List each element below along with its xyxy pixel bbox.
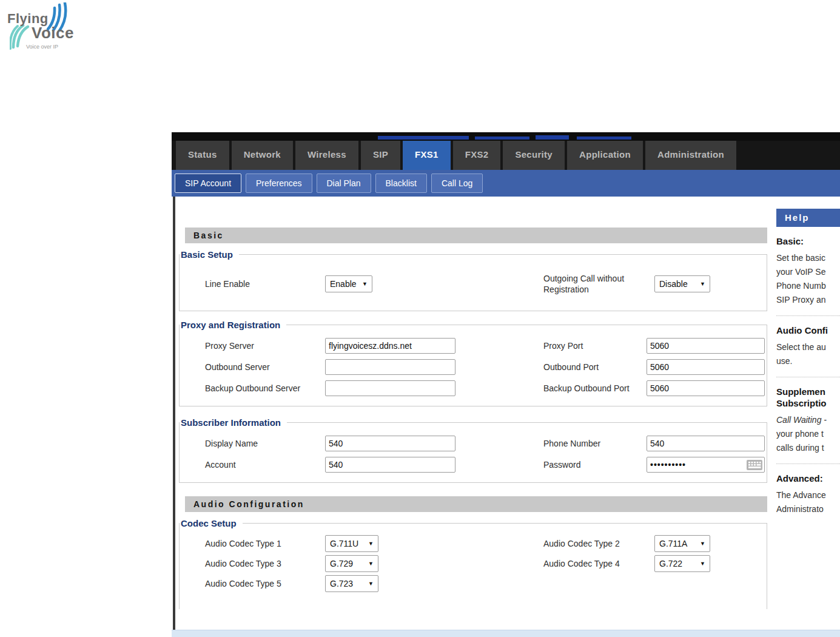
basic-setup-fieldset: Basic Setup Line Enable Enable ▼ Outgoin…	[179, 249, 767, 311]
help-advanced-title: Advanced:	[776, 473, 840, 484]
help-text-line-italic: Call Waiting -	[776, 413, 840, 427]
clipped-banner	[172, 132, 840, 141]
tab-fxs2[interactable]: FXS2	[453, 141, 501, 170]
help-separator	[776, 377, 840, 377]
fieldset-legend-proxy: Proxy and Registration	[180, 320, 286, 330]
proxy-port-label: Proxy Port	[543, 340, 651, 351]
codec-setup-fieldset: Codec Setup Audio Codec Type 1 G.711U ▼ …	[179, 518, 767, 609]
backup-outbound-port-label: Backup Outbound Port	[543, 383, 651, 394]
subtab-dial-plan[interactable]: Dial Plan	[317, 174, 371, 193]
line-enable-select[interactable]: Enable ▼	[325, 275, 372, 292]
phone-number-label: Phone Number	[543, 438, 651, 449]
audio-codec-type-2-value: G.711A	[659, 539, 687, 548]
line-enable-value: Enable	[330, 279, 357, 289]
tab-administration[interactable]: Administration	[645, 141, 736, 170]
logo-tagline: Voice over IP	[26, 44, 58, 50]
audio-codec-type-4-select[interactable]: G.722 ▼	[654, 555, 710, 572]
help-text-line: your phone t	[776, 427, 840, 441]
audio-codec-type-1-value: G.711U	[330, 539, 358, 548]
select-arrow-icon: ▼	[700, 281, 705, 287]
tab-wireless[interactable]: Wireless	[295, 141, 358, 170]
backup-outbound-port-input[interactable]	[647, 380, 765, 396]
sip-account-form: Basic Basic Setup Line Enable Enable ▼ O…	[179, 216, 767, 609]
audio-codec-type-4-value: G.722	[659, 559, 682, 568]
fieldset-legend-subscriber: Subscriber Information	[180, 417, 287, 428]
audio-codec-type-5-label: Audio Codec Type 5	[205, 579, 320, 588]
help-header: Help	[776, 209, 840, 227]
audio-codec-type-2-label: Audio Codec Type 2	[543, 538, 651, 549]
help-supplementary-title: Supplemen	[776, 386, 840, 397]
select-arrow-icon: ▼	[368, 561, 374, 567]
help-panel: Help Basic: Set the basic your VoIP Se P…	[776, 209, 840, 516]
tab-network[interactable]: Network	[232, 141, 293, 170]
outgoing-call-value: Disable	[659, 279, 688, 289]
fieldset-legend-codec-setup: Codec Setup	[180, 518, 243, 528]
backup-outbound-server-input[interactable]	[325, 380, 455, 396]
bottom-band	[172, 630, 840, 637]
help-text-line: SIP Proxy an	[776, 293, 840, 307]
outbound-server-input[interactable]	[325, 359, 455, 375]
audio-codec-type-4-label: Audio Codec Type 4	[543, 558, 651, 569]
display-name-label: Display Name	[205, 439, 320, 448]
subtab-call-log[interactable]: Call Log	[431, 174, 483, 193]
help-basic-title: Basic:	[776, 236, 840, 246]
flyingvoice-logo: Flying Voice Voice over IP	[6, 4, 85, 56]
subtab-preferences[interactable]: Preferences	[246, 174, 312, 193]
help-text-line: Administrato	[776, 502, 840, 516]
tab-fxs1[interactable]: FXS1	[403, 141, 451, 170]
subtab-blacklist[interactable]: Blacklist	[375, 174, 427, 193]
line-enable-label: Line Enable	[205, 279, 320, 289]
help-audio-title: Audio Confi	[776, 325, 840, 335]
account-input[interactable]	[325, 457, 455, 473]
section-header-basic: Basic	[185, 228, 767, 243]
outgoing-call-label: Outgoing Call without Registration	[543, 273, 651, 295]
subscriber-information-fieldset: Subscriber Information Display Name Phon…	[179, 417, 767, 483]
select-arrow-icon: ▼	[700, 561, 705, 567]
sub-tab-bar: SIP Account Preferences Dial Plan Blackl…	[172, 170, 840, 197]
main-tab-bar: Status Network Wireless SIP FXS1 FXS2 Se…	[172, 141, 840, 170]
audio-codec-type-3-select[interactable]: G.729 ▼	[325, 555, 378, 572]
audio-codec-type-3-value: G.729	[330, 559, 353, 568]
proxy-server-input[interactable]	[325, 338, 455, 354]
help-text-line: your VoIP Se	[776, 265, 840, 279]
tab-status[interactable]: Status	[176, 141, 229, 170]
help-text-line: Phone Numb	[776, 279, 840, 293]
tab-application[interactable]: Application	[567, 141, 643, 170]
audio-codec-type-1-label: Audio Codec Type 1	[205, 539, 320, 548]
help-separator	[776, 315, 840, 316]
help-text-line: Select the au	[776, 340, 840, 354]
outbound-port-input[interactable]	[647, 359, 765, 375]
proxy-server-label: Proxy Server	[205, 341, 320, 351]
help-text-line: The Advance	[776, 488, 840, 502]
help-text-line: calls during t	[776, 441, 840, 455]
audio-codec-type-1-select[interactable]: G.711U ▼	[325, 535, 378, 552]
fieldset-legend-basic-setup: Basic Setup	[180, 249, 239, 260]
outbound-server-label: Outbound Server	[205, 362, 320, 372]
help-separator	[776, 463, 840, 464]
select-arrow-icon: ▼	[368, 581, 374, 587]
proxy-registration-fieldset: Proxy and Registration Proxy Server Prox…	[179, 320, 767, 406]
tab-sip[interactable]: SIP	[361, 141, 400, 170]
outbound-port-label: Outbound Port	[543, 362, 651, 372]
audio-codec-type-3-label: Audio Codec Type 3	[205, 559, 320, 568]
display-name-input[interactable]	[325, 436, 455, 451]
select-arrow-icon: ▼	[368, 541, 374, 547]
help-text-line: use.	[776, 354, 840, 368]
tab-security[interactable]: Security	[503, 141, 565, 170]
proxy-port-input[interactable]	[647, 338, 765, 354]
phone-number-input[interactable]	[647, 436, 765, 451]
select-arrow-icon: ▼	[700, 541, 705, 547]
keyboard-icon[interactable]	[747, 460, 762, 470]
outgoing-call-select[interactable]: Disable ▼	[654, 275, 710, 292]
top-nav-bar: Status Network Wireless SIP FXS1 FXS2 Se…	[172, 132, 840, 170]
backup-outbound-server-label: Backup Outbound Server	[205, 383, 320, 393]
audio-codec-type-5-value: G.723	[330, 579, 353, 588]
help-subscription-title: Subscriptio	[776, 398, 840, 408]
audio-codec-type-5-select[interactable]: G.723 ▼	[325, 575, 378, 592]
account-label: Account	[205, 460, 320, 470]
section-header-audio-configuration: Audio Configuration	[185, 496, 767, 512]
audio-codec-type-2-select[interactable]: G.711A ▼	[654, 535, 710, 552]
subtab-sip-account[interactable]: SIP Account	[175, 174, 241, 193]
logo-word-voice: Voice	[32, 24, 74, 42]
select-arrow-icon: ▼	[362, 281, 368, 287]
